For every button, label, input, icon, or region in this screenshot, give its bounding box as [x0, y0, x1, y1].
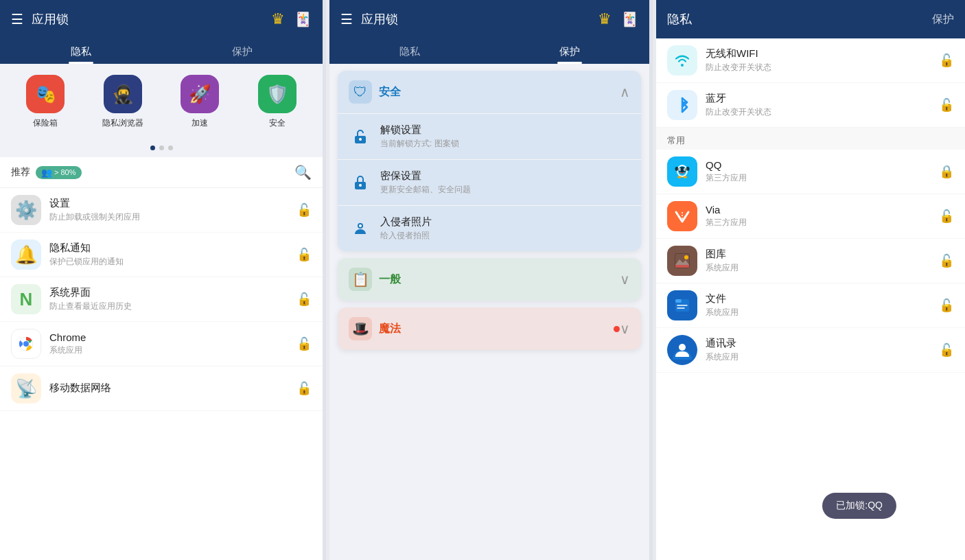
wifi-app-info: 无线和WIFI 防止改变开关状态	[706, 47, 939, 73]
qq-lock-icon: 🔒	[939, 164, 954, 179]
gallery-app-desc: 系统应用	[706, 262, 939, 274]
notify-app-name: 隐私通知	[49, 242, 297, 255]
left-app-list: ⚙️ 设置 防止卸载或强制关闭应用 🔓 🔔 隐私通知 保护已锁应用的通知 🔓 N	[0, 188, 323, 560]
list-item[interactable]: N 系统界面 防止查看最近应用历史 🔓	[0, 277, 323, 322]
magic-title: 魔法	[379, 322, 612, 336]
settings-app-info: 设置 防止卸载或强制关闭应用	[49, 197, 297, 223]
bt-app-icon	[667, 90, 697, 120]
safe-icon: 🎭	[26, 75, 65, 113]
mobile-lock-icon: 🔓	[297, 381, 312, 396]
list-item[interactable]: 文件 系统应用 🔓	[656, 283, 965, 328]
settings-app-name: 设置	[49, 197, 297, 210]
unlock-setting-item[interactable]: 解锁设置 当前解锁方式: 图案锁	[338, 113, 641, 159]
security-header-icon: 🛡	[349, 80, 372, 104]
middle-tab-privacy[interactable]: 隐私	[329, 38, 489, 64]
speed-icon: 🚀	[181, 75, 219, 113]
gallery-lock-icon: 🔓	[939, 253, 954, 268]
svg-rect-28	[675, 299, 682, 303]
pwd-icon	[349, 171, 372, 194]
svg-point-15	[679, 169, 681, 170]
chrome-lock-icon: 🔓	[297, 336, 312, 351]
list-item[interactable]: ⚙️ 设置 防止卸载或强制关闭应用 🔓	[0, 188, 323, 233]
sysui-lock-icon: 🔓	[297, 292, 312, 307]
dot-1	[150, 145, 155, 150]
contacts-app-name: 通讯录	[706, 337, 939, 350]
svg-point-5	[359, 138, 362, 141]
svg-point-32	[679, 344, 686, 351]
contacts-lock-icon: 🔓	[939, 342, 954, 358]
dots-indicator	[0, 140, 323, 157]
bt-app-desc: 防止改变开关状态	[706, 106, 939, 118]
qq-app-icon	[667, 156, 697, 187]
middle-tab-bar: 隐私 保护	[329, 38, 649, 64]
chrome-app-icon	[11, 329, 41, 359]
svg-point-9	[359, 224, 362, 227]
qq-app-info: QQ 第三方应用	[706, 159, 939, 184]
sysui-app-info: 系统界面 防止查看最近应用历史	[49, 286, 297, 312]
svg-point-17	[675, 167, 679, 171]
files-app-icon	[667, 290, 697, 320]
list-item[interactable]: 📡 移动数据网络 🔓	[0, 366, 323, 411]
gallery-app-info: 图库 系统应用	[706, 248, 939, 274]
svg-point-20	[683, 176, 687, 178]
notify-app-info: 隐私通知 保护已锁应用的通知	[49, 242, 297, 268]
magic-section-header[interactable]: 🎩 魔法 ∨	[338, 307, 641, 350]
right-action[interactable]: 保护	[932, 12, 954, 27]
svg-point-3	[23, 341, 29, 347]
pwd-setting-item[interactable]: 密保设置 更新安全邮箱、安全问题	[338, 159, 641, 205]
list-item[interactable]: 通讯录 系统应用 🔓	[656, 328, 965, 373]
separator-2	[649, 0, 653, 560]
general-header-icon: 📋	[349, 268, 372, 291]
left-tab-protection[interactable]: 保护	[161, 38, 323, 64]
list-item[interactable]: 蓝牙 防止改变开关状态 🔓	[656, 83, 965, 128]
list-item[interactable]: 🔔 隐私通知 保护已锁应用的通知 🔓	[0, 233, 323, 277]
svg-point-18	[686, 167, 690, 171]
list-item[interactable]: Chrome 系统应用 🔓	[0, 322, 323, 366]
browser-icon: 🥷	[104, 75, 142, 113]
left-tab-privacy[interactable]: 隐私	[0, 38, 161, 64]
svg-point-16	[684, 169, 686, 170]
right-header: 隐私 保护	[656, 0, 965, 38]
sysui-app-icon: N	[11, 284, 41, 314]
feature-speed[interactable]: 🚀 加速	[165, 75, 235, 129]
dot-2	[159, 145, 164, 150]
unlock-setting-title: 解锁设置	[380, 124, 630, 137]
list-item[interactable]: 图库 系统应用 🔓	[656, 239, 965, 283]
security-section-header[interactable]: 🛡 安全 ∧	[338, 71, 641, 113]
notify-lock-icon: 🔓	[297, 247, 312, 262]
feature-browser[interactable]: 🥷 隐私浏览器	[89, 75, 158, 129]
svg-point-19	[677, 176, 682, 178]
middle-phone-icon: 🃏	[621, 11, 638, 27]
intruder-item[interactable]: 入侵者照片 给入侵者拍照	[338, 205, 641, 251]
search-button[interactable]: 🔍	[294, 164, 312, 180]
wifi-app-desc: 防止改变开关状态	[706, 62, 939, 73]
magic-dot	[614, 326, 620, 332]
intruder-title: 入侵者照片	[380, 215, 630, 229]
feature-security[interactable]: 🛡️ 安全	[243, 75, 312, 129]
list-item[interactable]: 无线和WIFI 防止改变开关状态 🔓	[656, 38, 965, 83]
feature-safe[interactable]: 🎭 保险箱	[11, 75, 80, 129]
security-toggle-icon: ∧	[620, 84, 630, 100]
pwd-setting-info: 密保设置 更新安全邮箱、安全问题	[380, 170, 630, 196]
middle-menu-icon[interactable]: ☰	[340, 11, 353, 27]
left-menu-icon[interactable]: ☰	[11, 11, 23, 27]
unlock-icon	[349, 125, 372, 148]
magic-toggle-icon: ∨	[620, 320, 630, 337]
chrome-app-name: Chrome	[49, 331, 297, 343]
rec-badge: 👥 > 80%	[36, 166, 82, 179]
list-item[interactable]: Via 第三方应用 🔓	[656, 194, 965, 239]
separator-1	[323, 0, 326, 560]
left-crown-icon: ♛	[271, 10, 285, 28]
mobile-app-name: 移动数据网络	[49, 382, 297, 395]
left-app-title: 应用锁	[32, 11, 69, 27]
general-section-header[interactable]: 📋 一般 ∨	[338, 258, 641, 301]
middle-tab-protection[interactable]: 保护	[489, 38, 649, 64]
list-item[interactable]: QQ 第三方应用 🔒	[656, 150, 965, 194]
files-app-name: 文件	[706, 292, 939, 305]
general-section: 📋 一般 ∨	[338, 258, 641, 301]
left-panel: ☰ 应用锁 ♛ 🃏 隐私 保护 🎭 保险箱 🥷 隐私浏览器 🚀	[0, 0, 323, 560]
files-lock-icon: 🔓	[939, 298, 954, 313]
magic-section: 🎩 魔法 ∨	[338, 307, 641, 350]
security-title: 安全	[379, 85, 620, 100]
via-app-icon	[667, 201, 697, 231]
